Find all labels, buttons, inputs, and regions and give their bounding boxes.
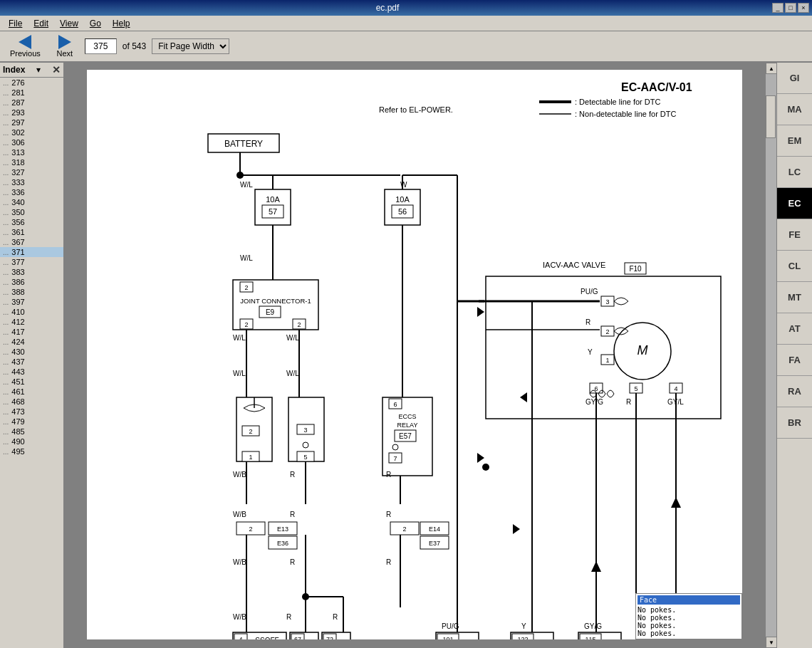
chapter-item-em[interactable]: EM [777, 125, 812, 157]
chapter-item-ec[interactable]: EC [777, 188, 812, 219]
svg-text:W/L: W/L [233, 370, 246, 377]
menu-view[interactable]: View [54, 17, 84, 30]
sidebar-item[interactable]: ...297 [0, 117, 63, 127]
svg-text:10A: 10A [266, 195, 280, 204]
sidebar-item[interactable]: ...495 [0, 446, 63, 456]
next-label: Next [56, 49, 73, 58]
menu-edit[interactable]: Edit [28, 17, 54, 30]
sidebar-item[interactable]: ...350 [0, 207, 63, 217]
menu-help[interactable]: Help [107, 17, 136, 30]
svg-text:R: R [386, 511, 391, 518]
sidebar-close-button[interactable]: ✕ [52, 64, 61, 75]
page-number-input[interactable] [85, 38, 117, 54]
sidebar-item[interactable]: ...333 [0, 177, 63, 187]
svg-text:ECCS: ECCS [398, 413, 416, 420]
sidebar-item[interactable]: ...336 [0, 187, 63, 197]
sidebar-item[interactable]: ...302 [0, 127, 63, 137]
svg-text:R: R [290, 471, 295, 479]
sidebar-item[interactable]: ...417 [0, 327, 63, 337]
sidebar-item[interactable]: ...388 [0, 287, 63, 297]
sidebar-item[interactable]: ...386 [0, 277, 63, 287]
svg-text:2: 2 [605, 328, 609, 335]
sidebar-item[interactable]: ...281 [0, 88, 63, 98]
sidebar-item[interactable]: ...490 [0, 437, 63, 446]
sidebar-item[interactable]: ...276 [0, 78, 63, 88]
chapter-item-at[interactable]: AT [777, 313, 812, 345]
sidebar-item[interactable]: ...437 [0, 357, 63, 367]
svg-text:M: M [637, 343, 648, 357]
svg-text:2: 2 [402, 526, 406, 533]
sidebar-item[interactable]: ...468 [0, 397, 63, 407]
previous-button[interactable]: Previous [6, 33, 45, 59]
next-button[interactable]: Next [51, 33, 79, 59]
menu-go[interactable]: Go [84, 17, 107, 30]
status-msg-4: No pokes. [637, 629, 740, 637]
sidebar-item[interactable]: ...461 [0, 387, 63, 397]
diagram-svg: EC-AAC/V-01 : Detectable line for DTC : … [87, 70, 742, 639]
chapter-item-cl[interactable]: CL [777, 251, 812, 282]
svg-text:3: 3 [605, 298, 609, 305]
chapter-item-ra[interactable]: RA [777, 376, 812, 407]
chapter-item-br[interactable]: BR [777, 407, 812, 439]
pdf-container: EC-AAC/V-01 : Detectable line for DTC : … [64, 63, 776, 648]
pdf-area[interactable]: EC-AAC/V-01 : Detectable line for DTC : … [64, 63, 765, 648]
scroll-up-button[interactable]: ▲ [766, 63, 777, 74]
close-btn[interactable]: × [798, 3, 809, 13]
scroll-track[interactable] [766, 74, 776, 637]
svg-marker-132 [520, 392, 527, 402]
sidebar-item[interactable]: ...340 [0, 197, 63, 207]
scroll-down-button[interactable]: ▼ [766, 637, 777, 648]
menu-file[interactable]: File [3, 17, 28, 30]
svg-text:SSOFF: SSOFF [255, 637, 279, 639]
sidebar-item[interactable]: ...383 [0, 267, 63, 277]
sidebar-item[interactable]: ...485 [0, 427, 63, 437]
sidebar-item[interactable]: ...410 [0, 307, 63, 317]
scroll-thumb[interactable] [766, 95, 776, 138]
chapter-item-lc[interactable]: LC [777, 157, 812, 188]
title-bar: ec.pdf _ □ × [0, 0, 812, 16]
sidebar-item[interactable]: ...397 [0, 297, 63, 307]
sidebar-item[interactable]: ...479 [0, 417, 63, 427]
sidebar-item[interactable]: ...327 [0, 167, 63, 177]
sidebar-item[interactable]: ...473 [0, 407, 63, 417]
svg-text:W/L: W/L [286, 370, 299, 377]
sidebar-list[interactable]: ...276...281...287...293...297...302...3… [0, 78, 63, 648]
chapter-item-fe[interactable]: FE [777, 219, 812, 251]
sidebar-item[interactable]: ...313 [0, 147, 63, 157]
chapter-item-gi[interactable]: GI [777, 63, 812, 94]
chapter-item-ma[interactable]: MA [777, 94, 812, 125]
svg-text:3: 3 [303, 427, 307, 434]
fit-page-select[interactable]: Fit Page Width [152, 38, 229, 54]
chapter-item-mt[interactable]: MT [777, 282, 812, 313]
svg-marker-129 [477, 307, 484, 317]
svg-point-58 [392, 444, 398, 450]
sidebar-item[interactable]: ...412 [0, 317, 63, 327]
sidebar-item[interactable]: ...306 [0, 137, 63, 147]
svg-text:56: 56 [398, 207, 407, 216]
sidebar-item[interactable]: ...293 [0, 108, 63, 117]
minimize-btn[interactable]: _ [772, 3, 784, 13]
chapter-item-fa[interactable]: FA [777, 345, 812, 376]
sidebar-item[interactable]: ...367 [0, 237, 63, 247]
sidebar-item[interactable]: ...443 [0, 367, 63, 377]
svg-point-48 [303, 442, 308, 448]
svg-text:GY/L: GY/L [667, 398, 684, 406]
sidebar-item[interactable]: ...424 [0, 337, 63, 347]
svg-text:RELAY: RELAY [397, 422, 418, 429]
sidebar-item[interactable]: ...377 [0, 257, 63, 267]
sidebar-item[interactable]: ...361 [0, 227, 63, 237]
pdf-vertical-scrollbar[interactable]: ▲ ▼ [765, 63, 776, 648]
svg-marker-130 [477, 453, 484, 463]
maximize-btn[interactable]: □ [785, 3, 796, 13]
svg-text:2: 2 [244, 321, 248, 328]
svg-marker-141 [671, 497, 681, 508]
svg-text:R: R [386, 471, 391, 479]
sidebar-item[interactable]: ...451 [0, 377, 63, 387]
sidebar-item[interactable]: ...318 [0, 157, 63, 167]
sidebar-item[interactable]: ...287 [0, 98, 63, 108]
svg-text:R: R [290, 558, 295, 566]
sidebar-item[interactable]: ...430 [0, 347, 63, 357]
sidebar-item[interactable]: ...356 [0, 217, 63, 227]
sidebar-chevron[interactable]: ▾ [36, 65, 41, 75]
sidebar-item[interactable]: ...371 [0, 247, 63, 257]
